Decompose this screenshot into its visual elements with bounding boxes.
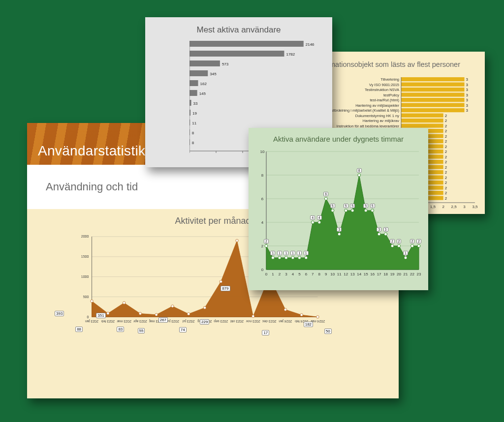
svg-text:2: 2	[445, 124, 447, 128]
svg-text:13: 13	[350, 272, 355, 276]
svg-text:2: 2	[445, 155, 447, 159]
svg-rect-69	[401, 124, 443, 128]
svg-text:8: 8	[261, 173, 264, 178]
svg-text:5: 5	[298, 272, 301, 276]
svg-text:3,5: 3,5	[472, 205, 478, 209]
svg-rect-117	[189, 70, 208, 76]
svg-point-20	[155, 313, 158, 316]
svg-text:2: 2	[445, 181, 447, 185]
svg-text:16: 16	[370, 272, 375, 276]
svg-text:2023 nov: 2023 nov	[246, 320, 260, 323]
svg-text:Tillverkning: Tillverkning	[380, 77, 399, 82]
svg-text:1: 1	[272, 272, 274, 276]
svg-text:11: 11	[337, 272, 342, 276]
svg-text:145: 145	[199, 91, 206, 96]
svg-point-28	[220, 280, 222, 283]
chart-title: Aktiva användare under dygnets timmar	[249, 128, 428, 145]
svg-rect-45	[401, 83, 465, 87]
svg-text:1500: 1500	[81, 255, 89, 258]
svg-text:2023 jul: 2023 jul	[183, 319, 195, 323]
svg-text:8: 8	[192, 131, 194, 135]
svg-text:3: 3	[466, 77, 469, 82]
svg-text:2: 2	[445, 170, 447, 175]
svg-point-195	[358, 174, 361, 177]
svg-text:18: 18	[383, 272, 388, 276]
svg-text:11: 11	[192, 121, 196, 125]
svg-text:3: 3	[466, 83, 469, 87]
svg-point-197	[364, 209, 367, 212]
svg-point-36	[284, 308, 286, 311]
svg-text:3: 3	[466, 108, 469, 113]
svg-text:3: 3	[463, 205, 466, 209]
svg-point-40	[316, 316, 319, 318]
svg-text:3: 3	[466, 88, 469, 92]
svg-point-32	[252, 315, 254, 317]
svg-text:0: 0	[261, 268, 264, 272]
svg-text:2000: 2000	[81, 235, 89, 238]
svg-point-14	[107, 312, 109, 314]
svg-text:1,5: 1,5	[430, 205, 436, 209]
svg-text:2: 2	[445, 160, 447, 164]
svg-text:19: 19	[192, 111, 197, 116]
svg-rect-48	[401, 88, 465, 91]
svg-text:22: 22	[410, 272, 414, 276]
svg-point-181	[311, 221, 314, 224]
svg-text:17: 17	[377, 272, 381, 276]
svg-text:2: 2	[445, 150, 447, 154]
svg-point-171	[278, 256, 281, 259]
svg-text:Hantering av miljökrav: Hantering av miljökrav	[363, 119, 399, 123]
svg-point-22	[171, 305, 174, 307]
svg-text:2023 mar: 2023 mar	[117, 320, 131, 323]
svg-text:2: 2	[445, 145, 447, 149]
svg-rect-111	[189, 51, 284, 57]
svg-point-26	[203, 306, 206, 309]
svg-text:2: 2	[445, 165, 447, 170]
svg-rect-123	[189, 90, 197, 96]
svg-point-38	[300, 314, 303, 316]
svg-text:2023 okt: 2023 okt	[230, 320, 244, 323]
svg-text:9: 9	[325, 272, 327, 276]
svg-text:2: 2	[445, 139, 447, 144]
svg-text:test-ina/Rut (html): test-ina/Rut (html)	[370, 98, 399, 102]
svg-rect-63	[401, 114, 443, 118]
svg-point-30	[236, 239, 238, 241]
svg-text:20: 20	[397, 272, 401, 276]
svg-point-191	[345, 209, 347, 212]
svg-text:12: 12	[344, 272, 348, 276]
svg-text:8: 8	[192, 141, 194, 145]
svg-text:3: 3	[466, 98, 469, 102]
svg-text:2: 2	[261, 244, 264, 248]
svg-text:15: 15	[364, 272, 368, 276]
svg-text:21: 21	[404, 272, 408, 276]
svg-text:2: 2	[279, 272, 281, 276]
svg-point-209	[404, 256, 407, 259]
svg-text:2: 2	[442, 205, 444, 209]
svg-text:Vy ISO 9001:2015: Vy ISO 9001:2015	[369, 83, 399, 87]
svg-text:500: 500	[83, 295, 89, 299]
svg-text:6: 6	[261, 197, 264, 201]
svg-text:14: 14	[357, 272, 361, 276]
svg-text:10: 10	[260, 150, 265, 154]
svg-text:2: 2	[445, 119, 447, 123]
svg-text:573: 573	[222, 62, 229, 66]
svg-text:2023 apr: 2023 apr	[133, 319, 147, 323]
svg-text:2024 jan: 2024 jan	[279, 319, 292, 323]
svg-rect-42	[401, 77, 465, 81]
svg-text:19: 19	[390, 272, 395, 276]
svg-rect-108	[189, 41, 304, 47]
svg-point-205	[391, 244, 394, 247]
svg-rect-114	[189, 60, 220, 66]
chart-title: Mest aktiva användare	[145, 17, 332, 38]
svg-text:2: 2	[445, 191, 447, 195]
svg-text:10: 10	[330, 272, 335, 276]
svg-text:2023 jan: 2023 jan	[85, 319, 98, 323]
svg-text:4: 4	[292, 272, 294, 276]
svg-rect-120	[189, 80, 198, 86]
svg-point-167	[265, 244, 268, 247]
svg-text:8: 8	[318, 272, 321, 276]
svg-text:2023 feb: 2023 feb	[101, 320, 115, 323]
svg-text:1782: 1782	[286, 52, 295, 57]
svg-text:33: 33	[193, 101, 198, 106]
svg-point-18	[139, 312, 141, 315]
svg-rect-57	[401, 103, 465, 107]
